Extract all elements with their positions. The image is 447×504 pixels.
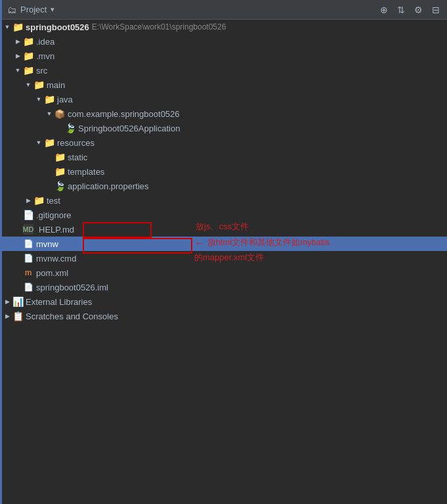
arrow-icon <box>44 108 54 119</box>
tree-item-scratches[interactable]: 📋 Scratches and Consoles <box>2 309 447 323</box>
folder-icon: 📁 <box>33 80 44 90</box>
arrow-icon <box>33 137 44 148</box>
tree-item-idea[interactable]: 📁 .idea <box>2 34 447 49</box>
mvnwcmd-file-icon: 📄 <box>23 253 33 263</box>
arrow-icon <box>2 22 12 32</box>
arrow-icon <box>33 94 44 104</box>
tree-item-java[interactable]: 📁 java <box>2 92 447 106</box>
item-label-mvnwcmd: mvnw.cmd <box>36 254 76 263</box>
item-label-extlibs: External Libraries <box>26 297 92 307</box>
iml-file-icon: 📄 <box>23 282 33 292</box>
locate-icon[interactable]: ⊕ <box>378 3 390 16</box>
folder-icon: 📁 <box>23 51 33 61</box>
arrow-icon <box>12 51 23 61</box>
tree-item-iml[interactable]: 📄 springboot0526.iml <box>2 280 447 294</box>
toolbar-icons: ⊕ ⇅ ⚙ ⊟ <box>378 3 442 16</box>
item-label-app: Springboot0526Application <box>78 124 180 133</box>
project-icon: 🗂 <box>7 5 16 15</box>
arrow-icon <box>23 195 33 206</box>
spring-class-icon: 🍃 <box>65 123 75 133</box>
collapse-icon[interactable]: ⊟ <box>430 3 442 16</box>
item-label-test: test <box>47 196 60 206</box>
item-label-pomxml: pom.xml <box>36 268 68 278</box>
tree-item-mvnw[interactable]: 📄 mvnw <box>2 237 447 251</box>
project-path: E:\WorkSpace\work01\springboot0526 <box>92 22 226 32</box>
item-label-static: static <box>68 152 87 162</box>
item-label-gitignore: .gitignore <box>36 210 71 220</box>
arrow-icon <box>2 311 12 321</box>
item-label-scratches: Scratches and Consoles <box>26 311 118 321</box>
test-folder-icon: 📁 <box>33 195 44 206</box>
tree-item-app[interactable]: 🍃 Springboot0526Application <box>2 121 447 135</box>
toolbar-label: Project <box>20 5 47 14</box>
item-label-resources: resources <box>57 138 95 148</box>
tree-item-application[interactable]: 🍃 application.properties <box>2 179 447 193</box>
project-folder-icon: 📁 <box>12 22 23 32</box>
tree-item-resources[interactable]: 📁 resources <box>2 135 447 150</box>
item-label-idea: .idea <box>36 37 54 47</box>
folder-icon: 📁 <box>23 36 33 47</box>
arrow-icon <box>12 36 23 47</box>
tree-item-pomxml[interactable]: m pom.xml <box>2 265 447 280</box>
item-label-application: application.properties <box>68 181 149 191</box>
tree-item-root[interactable]: 📁 springboot0526 E:\WorkSpace\work01\spr… <box>2 20 447 34</box>
project-tree: 📁 springboot0526 E:\WorkSpace\work01\spr… <box>2 20 447 504</box>
static-folder-icon: 📁 <box>54 152 65 162</box>
md-file-icon: MD <box>23 224 33 235</box>
item-label-root: springboot0526 <box>26 22 89 32</box>
arrow-icon <box>12 65 23 76</box>
resources-folder-icon: 📁 <box>44 137 54 148</box>
scratches-icon: 📋 <box>12 311 23 321</box>
arrow-icon <box>2 296 12 307</box>
xml-file-icon: m <box>23 267 33 278</box>
item-label-com: com.example.springboot0526 <box>68 109 180 119</box>
tree-item-com[interactable]: 📦 com.example.springboot0526 <box>2 106 447 121</box>
item-label-helpmd: HELP.md <box>39 225 74 235</box>
item-label-main: main <box>47 80 65 90</box>
tree-item-gitignore[interactable]: 📄 .gitignore <box>2 208 447 222</box>
spring-file-icon: 🍃 <box>54 181 65 191</box>
toolbar-title: 🗂 Project ▾ <box>7 5 378 15</box>
tree-item-mvn[interactable]: 📁 .mvn <box>2 49 447 63</box>
item-label-src: src <box>36 66 47 76</box>
package-icon: 📦 <box>54 108 65 119</box>
tree-item-mvnwcmd[interactable]: 📄 mvnw.cmd <box>2 251 447 265</box>
tree-item-extlibs[interactable]: 📊 External Libraries <box>2 294 447 309</box>
tree-item-src[interactable]: 📁 src <box>2 63 447 78</box>
item-label-mvnw: mvnw <box>36 239 58 249</box>
mvnw-file-icon: 📄 <box>23 239 33 249</box>
tree-item-templates[interactable]: 📁 templates <box>2 164 447 179</box>
folder-icon: 📁 <box>23 65 33 76</box>
item-label-mvn: .mvn <box>36 51 54 61</box>
arrow-icon <box>23 80 33 90</box>
tree-item-static[interactable]: 📁 static <box>2 150 447 164</box>
sort-icon[interactable]: ⇅ <box>395 3 407 16</box>
gitignore-file-icon: 📄 <box>23 210 33 220</box>
item-label-iml: springboot0526.iml <box>36 283 108 292</box>
dropdown-arrow-icon[interactable]: ▾ <box>51 5 54 14</box>
templates-folder-icon: 📁 <box>54 166 65 177</box>
java-folder-icon: 📁 <box>44 94 54 104</box>
settings-icon[interactable]: ⚙ <box>412 3 425 16</box>
tree-item-helpmd[interactable]: MD HELP.md <box>2 222 447 237</box>
item-label-java: java <box>57 95 73 104</box>
tree-item-main[interactable]: 📁 main <box>2 78 447 92</box>
item-label-templates: templates <box>68 167 104 177</box>
tree-item-test[interactable]: 📁 test <box>2 193 447 208</box>
ext-libs-icon: 📊 <box>12 296 23 307</box>
toolbar: 🗂 Project ▾ ⊕ ⇅ ⚙ ⊟ <box>2 0 447 20</box>
